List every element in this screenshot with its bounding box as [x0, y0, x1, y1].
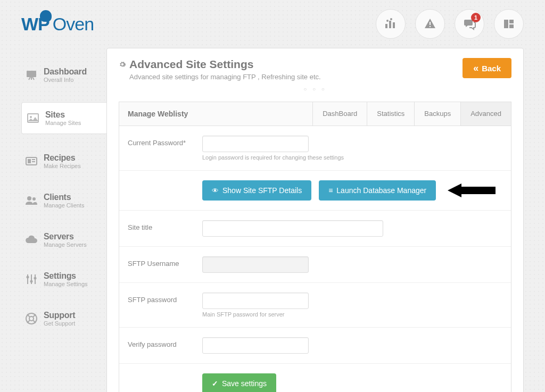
sidebar-item-sites[interactable]: SitesManage Sites	[21, 102, 107, 134]
svg-rect-1	[389, 21, 391, 28]
svg-point-22	[34, 277, 37, 280]
svg-point-24	[29, 316, 34, 321]
sidebar-item-label: Clients	[44, 193, 84, 202]
sftp-password-input[interactable]	[202, 293, 309, 309]
tab-dashboard[interactable]: DashBoard	[312, 102, 367, 126]
tab-backups[interactable]: Backups	[414, 102, 460, 126]
save-settings-button[interactable]: Save settings	[202, 373, 276, 392]
svg-rect-2	[393, 22, 395, 28]
sidebar-item-label: Sites	[45, 110, 81, 120]
tab-statistics[interactable]: Statistics	[367, 102, 414, 126]
sidebar-item-recipes[interactable]: RecipesMake Recipes	[21, 149, 100, 173]
svg-rect-12	[28, 159, 31, 163]
current-password-helper: Login password is required for changing …	[202, 154, 502, 161]
svg-rect-6	[509, 20, 514, 23]
logo[interactable]: WPOven	[21, 14, 94, 35]
svg-rect-8	[27, 71, 36, 77]
tabs: Manage Weblisty DashBoard Statistics Bac…	[119, 102, 511, 126]
layout-icon	[502, 18, 515, 30]
svg-point-20	[27, 276, 29, 279]
header-alert-button[interactable]	[415, 9, 445, 39]
sidebar-item-sub: Get Support	[44, 320, 75, 327]
back-icon	[473, 63, 478, 73]
content-panel: Advanced Site Settings Advanced site set…	[106, 48, 524, 392]
lifebuoy-icon	[24, 312, 38, 325]
current-password-label: Current Password*	[128, 136, 202, 147]
verify-password-label: Verify password	[128, 337, 202, 348]
sidebar-item-sub: Manage Settings	[44, 281, 88, 287]
page-title: Advanced Site Settings	[119, 58, 321, 71]
tab-heading: Manage Weblisty	[119, 102, 312, 126]
sidebar-item-label: Support	[44, 311, 75, 320]
arrow-annotation	[448, 181, 501, 199]
sidebar-item-sub: Manage Servers	[44, 241, 87, 248]
sidebar-item-sub: Manage Sites	[45, 120, 81, 126]
chef-hat-icon	[40, 10, 52, 22]
sidebar-item-settings[interactable]: SettingsManage Settings	[21, 267, 100, 291]
svg-point-21	[30, 280, 33, 283]
verify-password-input[interactable]	[202, 337, 309, 354]
site-title-input[interactable]	[202, 220, 383, 237]
sidebar-item-dashboard[interactable]: DashboardOverall Info	[21, 63, 100, 87]
sliders-icon	[24, 273, 38, 286]
header-layout-button[interactable]	[494, 9, 524, 39]
bars-icon	[384, 18, 397, 30]
card-icon	[24, 155, 38, 168]
svg-point-4	[390, 18, 392, 20]
svg-point-16	[32, 197, 36, 201]
site-title-label: Site title	[128, 220, 202, 231]
presentation-icon	[24, 69, 38, 81]
gear-icon	[119, 61, 126, 68]
tab-advanced[interactable]: Advanced	[460, 102, 511, 126]
logo-text-2: Oven	[53, 14, 94, 35]
sidebar-item-label: Recipes	[44, 153, 81, 163]
current-password-input[interactable]	[202, 136, 309, 152]
launch-db-button[interactable]: Launch Database Manager	[319, 180, 436, 201]
image-icon	[26, 112, 40, 124]
check-icon	[212, 379, 218, 388]
list-icon	[328, 186, 333, 195]
svg-point-15	[27, 196, 31, 201]
svg-rect-7	[509, 24, 514, 28]
sftp-username-input	[202, 256, 309, 273]
sidebar-item-label: Servers	[44, 232, 87, 241]
sidebar-item-label: Dashboard	[44, 67, 87, 77]
svg-rect-0	[385, 24, 387, 28]
sftp-password-helper: Main SFTP password for server	[202, 311, 502, 318]
sidebar: DashboardOverall Info SitesManage Sites …	[21, 48, 100, 392]
back-button[interactable]: Back	[463, 58, 511, 78]
sidebar-item-servers[interactable]: ServersManage Servers	[21, 228, 100, 252]
header-stats-button[interactable]	[376, 9, 406, 39]
page-subtitle: Advanced site settings for managing FTP …	[129, 73, 321, 81]
sidebar-item-sub: Manage Clients	[44, 202, 84, 208]
sidebar-item-support[interactable]: SupportGet Support	[21, 306, 100, 331]
sidebar-item-sub: Overall Info	[44, 77, 87, 83]
sidebar-item-clients[interactable]: ClientsManage Clients	[21, 188, 100, 213]
svg-point-10	[30, 116, 32, 118]
sftp-username-label: SFTP Username	[128, 256, 202, 268]
warning-icon	[424, 18, 436, 30]
sftp-password-label: SFTP password	[128, 293, 202, 304]
sidebar-item-label: Settings	[44, 271, 88, 281]
svg-point-3	[386, 20, 389, 22]
users-icon	[24, 194, 38, 207]
eye-icon	[212, 186, 219, 195]
sidebar-item-sub: Make Recipes	[44, 163, 81, 169]
pager-dots: ○ ○ ○	[119, 86, 511, 92]
cloud-icon	[24, 233, 38, 246]
show-sftp-button[interactable]: Show Site SFTP Details	[202, 180, 311, 201]
notification-badge: 1	[471, 13, 481, 22]
header-comments-button[interactable]: 1	[455, 9, 484, 39]
svg-rect-5	[504, 20, 508, 28]
